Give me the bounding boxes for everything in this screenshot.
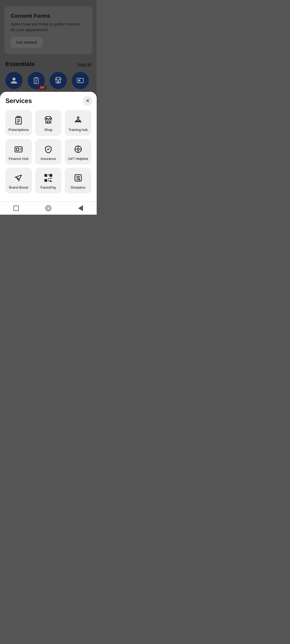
home-icon — [45, 205, 51, 211]
svg-point-21 — [77, 148, 79, 150]
brandboost-service-svg — [14, 174, 23, 182]
service-item-sharpbox[interactable]: Sharpbox — [65, 168, 91, 193]
svg-rect-9 — [16, 118, 21, 124]
sharpbox-service-label: Sharpbox — [71, 185, 86, 190]
service-item-training[interactable]: Training hub — [65, 110, 91, 136]
insurance-service-label: Insurance — [41, 157, 56, 161]
insurance-service-svg — [44, 145, 53, 153]
svg-rect-17 — [16, 148, 19, 151]
recent-apps-icon — [13, 206, 19, 211]
facespay-service-icon — [44, 173, 53, 183]
helpline-service-svg — [74, 145, 82, 153]
prescription-service-svg — [14, 116, 23, 125]
prescriptions-service-label: Prescriptions — [9, 128, 29, 132]
shop-service-icon — [44, 115, 53, 125]
sharpbox-service-icon — [73, 173, 83, 183]
modal-title: Services — [5, 97, 91, 105]
svg-rect-31 — [50, 175, 51, 176]
service-item-helpline[interactable]: 24/7 Helpline — [65, 139, 91, 165]
training-service-icon — [73, 115, 83, 125]
service-item-brandboost[interactable]: Brand Boost — [5, 168, 32, 193]
sharpbox-service-svg — [74, 174, 82, 182]
svg-rect-16 — [15, 147, 22, 152]
service-item-finance[interactable]: Finance Hub — [5, 139, 32, 165]
training-service-svg — [74, 116, 82, 125]
service-item-prescriptions[interactable]: Prescriptions — [5, 110, 32, 136]
brandboost-service-icon — [14, 173, 23, 183]
helpline-service-label: 24/7 Helpline — [68, 157, 88, 161]
insurance-service-icon — [44, 144, 53, 154]
svg-rect-32 — [45, 180, 46, 181]
services-modal: ✕ Services — [0, 92, 97, 202]
svg-rect-13 — [47, 121, 49, 123]
training-service-label: Training hub — [68, 128, 88, 132]
finance-service-icon — [14, 144, 23, 154]
brandboost-service-label: Brand Boost — [9, 185, 28, 190]
finance-service-label: Finance Hub — [9, 157, 28, 161]
service-item-facespay[interactable]: FacesPay — [35, 168, 62, 193]
modal-overlay: ✕ Services — [0, 0, 97, 202]
service-item-insurance[interactable]: Insurance — [35, 139, 62, 165]
svg-point-14 — [77, 117, 79, 119]
navigation-bar — [0, 202, 97, 215]
recent-apps-button[interactable] — [12, 204, 20, 212]
svg-rect-15 — [76, 121, 80, 122]
home-button[interactable] — [45, 204, 52, 212]
svg-rect-30 — [45, 175, 46, 176]
prescriptions-service-icon — [14, 115, 23, 125]
back-button[interactable] — [77, 204, 84, 212]
shop-service-svg — [44, 116, 53, 125]
shop-service-label: Shop — [44, 128, 52, 132]
main-content: Consent Forms Select how you'd like to g… — [0, 0, 97, 202]
helpline-service-icon — [73, 144, 83, 154]
service-item-shop[interactable]: Shop — [35, 110, 62, 136]
services-grid: Prescriptions Shop — [5, 110, 91, 193]
facespay-service-label: FacesPay — [41, 185, 56, 190]
back-icon — [78, 205, 83, 211]
modal-close-button[interactable]: ✕ — [83, 96, 92, 106]
facespay-service-svg — [44, 174, 53, 182]
finance-service-svg — [14, 145, 23, 153]
